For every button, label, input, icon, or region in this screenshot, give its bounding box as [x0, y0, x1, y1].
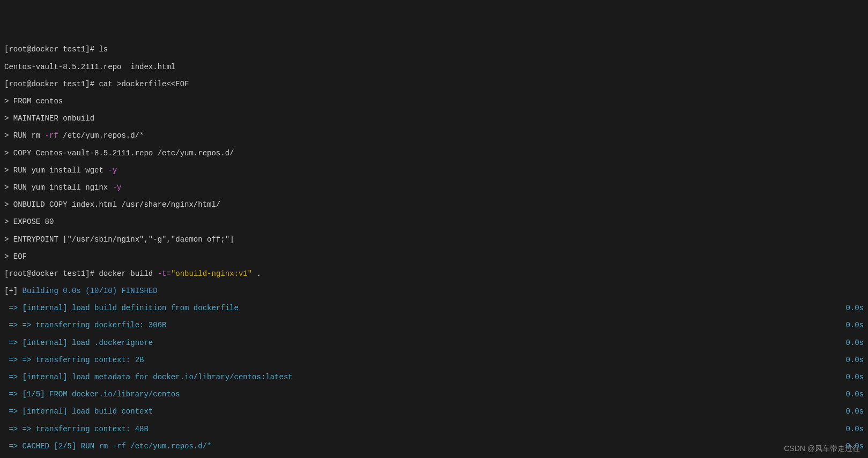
watermark: CSDN @风车带走过往 [784, 444, 860, 453]
build-time: 0.0s [845, 356, 864, 364]
prompt: [root@docker test1]# [4, 80, 99, 88]
heredoc-line: > RUN yum install wget [4, 166, 108, 175]
flag: -y [108, 166, 117, 175]
build-step: => [1/5] FROM docker.io/library/centos [4, 390, 180, 399]
prompt: [root@docker test1]# [4, 269, 99, 278]
build-step: => => transferring context: 48B [4, 425, 149, 433]
build-step: => => transferring dockerfile: 306B [4, 321, 166, 329]
prompt: [root@docker test1]# [4, 45, 99, 54]
output-line: Centos-vault-8.5.2111.repo index.html [4, 63, 175, 71]
command: . [252, 269, 261, 278]
build-header: Building 0.0s (10/10) FINISHED [18, 287, 157, 295]
heredoc-line: > ENTRYPOINT ["/usr/sbin/nginx","-g","da… [4, 235, 234, 244]
build-step: => [internal] load build definition from… [4, 304, 239, 312]
heredoc-line: > FROM centos [4, 97, 63, 106]
heredoc-line: > RUN yum install nginx [4, 183, 113, 192]
build-time: 0.0s [845, 339, 864, 347]
flag: -t= [158, 269, 171, 278]
build-time: 0.0s [845, 373, 864, 381]
build-time: 0.0s [845, 407, 864, 416]
terminal-output[interactable]: [root@docker test1]# ls Centos-vault-8.5… [0, 34, 868, 458]
heredoc-line: > EXPOSE 80 [4, 217, 54, 226]
build-step: => => transferring context: 2B [4, 356, 144, 364]
build-header: [+] [4, 287, 18, 295]
command: ls [99, 45, 108, 54]
heredoc-line: > MAINTAINER onbuild [4, 114, 94, 123]
build-step: => [internal] load metadata for docker.i… [4, 373, 293, 381]
build-step: => [internal] load .dockerignore [4, 339, 153, 347]
build-time: 0.0s [845, 304, 864, 312]
heredoc-line: > RUN rm [4, 131, 45, 140]
build-time: 0.0s [845, 390, 864, 399]
heredoc-line: > COPY Centos-vault-8.5.2111.repo /etc/y… [4, 149, 234, 157]
build-step: => CACHED [2/5] RUN rm -rf /etc/yum.repo… [4, 442, 211, 451]
build-step: => [internal] load build context [4, 407, 153, 416]
build-time: 0.0s [845, 321, 864, 329]
build-time: 0.0s [845, 425, 864, 433]
flag: -y [113, 183, 122, 192]
heredoc-line: /etc/yum.repos.d/* [58, 131, 144, 140]
string: "onbuild-nginx:v1" [171, 269, 252, 278]
command: cat >dockerfile<<EOF [99, 80, 189, 88]
flag: -rf [45, 131, 58, 140]
heredoc-line: > ONBUILD COPY index.html /usr/share/ngi… [4, 200, 220, 209]
heredoc-line: > EOF [4, 252, 27, 261]
command: docker build [99, 269, 157, 278]
